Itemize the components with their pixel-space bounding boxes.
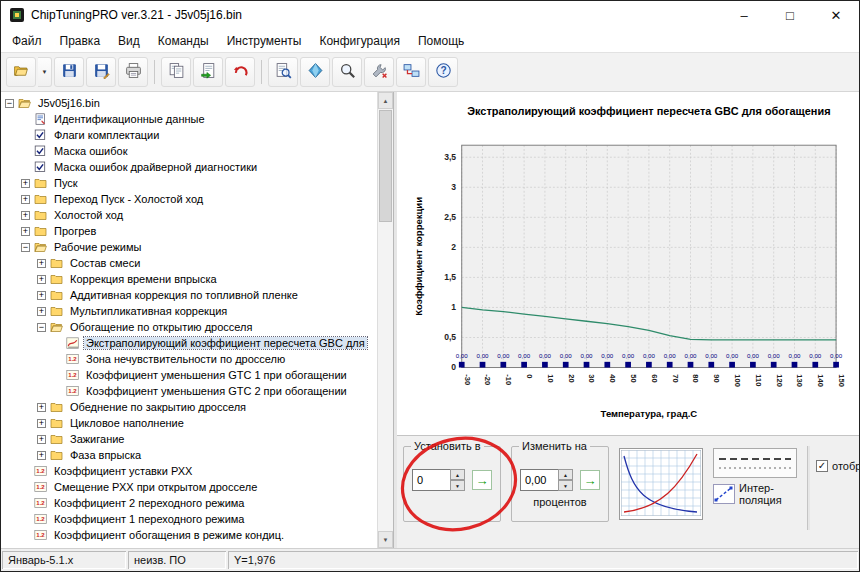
tree-row[interactable]: −Обогащение по открытию дросселя	[1, 319, 377, 335]
find-doc-button[interactable]	[268, 57, 298, 87]
menu-item-2[interactable]: Вид	[109, 29, 149, 52]
minimize-button[interactable]: –	[721, 1, 767, 29]
tree-row[interactable]: −J5v05j16.bin	[1, 95, 377, 111]
tree-row[interactable]: 1.2Коэффициент 1 переходного режима	[1, 511, 377, 527]
tree-row[interactable]: 1.2Коэффициент уставки РХХ	[1, 463, 377, 479]
tree-row[interactable]: Идентификационные данные	[1, 111, 377, 127]
print-button[interactable]	[118, 57, 148, 87]
change-spin-up-button[interactable]: ▲	[558, 469, 573, 480]
tree-item-label: Мультипликативная коррекция	[68, 305, 229, 317]
save-as-icon	[93, 62, 110, 83]
expander-plus-icon[interactable]: +	[37, 307, 46, 316]
svg-text:0,00: 0,00	[497, 352, 510, 359]
tree-row[interactable]: +Аддитивная коррекция по топливной пленк…	[1, 287, 377, 303]
display-checkbox[interactable]: ✓	[816, 460, 828, 472]
scrollbar-track[interactable]	[378, 109, 393, 531]
tree-scrollbar[interactable]: ▲ ▼	[377, 92, 393, 548]
line-style-selector[interactable]	[713, 448, 797, 478]
expander-minus-icon[interactable]: −	[37, 323, 46, 332]
close-button[interactable]: ✕	[813, 1, 859, 29]
menu-item-0[interactable]: Файл	[3, 29, 51, 52]
tree-row[interactable]: +Переход Пуск - Холостой ход	[1, 191, 377, 207]
expander-plus-icon[interactable]: +	[21, 227, 30, 236]
expander-minus-icon[interactable]: −	[21, 243, 30, 252]
dashed-lines-icon	[714, 451, 796, 475]
tree-row[interactable]: +Коррекция времени впрыска	[1, 271, 377, 287]
help-button[interactable]: ?	[428, 57, 458, 87]
tree-row[interactable]: 1.2Коэффициент уменьшения GTC 2 при обог…	[1, 383, 377, 399]
tree-row[interactable]: 1.2Коэффициент 2 переходного режима	[1, 495, 377, 511]
open-button[interactable]	[6, 57, 36, 87]
connect-button[interactable]	[396, 57, 426, 87]
tree-row[interactable]: +Мультипликативная коррекция	[1, 303, 377, 319]
change-by-field[interactable]: 0,00	[520, 469, 558, 491]
undo-button[interactable]	[225, 57, 255, 87]
expander-plus-icon[interactable]: +	[37, 291, 46, 300]
expander-plus-icon[interactable]: +	[21, 195, 30, 204]
tree-row[interactable]: 1.2Смещение РХХ при открытом дросселе	[1, 479, 377, 495]
tree-row[interactable]: Маска ошибок	[1, 143, 377, 159]
map-icon: 1.2	[34, 529, 48, 541]
chart-panel[interactable]: 0,000,000,000,000,000,000,000,000,000,00…	[397, 92, 859, 435]
tree-row[interactable]: −Рабочие режимы	[1, 239, 377, 255]
copy-button[interactable]	[161, 57, 191, 87]
tree-row[interactable]: Флаги комплектации	[1, 127, 377, 143]
change-by-input[interactable]: 0,00 ▲ ▼	[520, 469, 573, 491]
scroll-up-button[interactable]: ▲	[378, 92, 393, 109]
tree-row[interactable]: +Состав смеси	[1, 255, 377, 271]
menu-item-1[interactable]: Правка	[51, 29, 110, 52]
expander-plus-icon[interactable]: +	[37, 275, 46, 284]
maximize-button[interactable]: □	[767, 1, 813, 29]
curve-editor-button[interactable]	[619, 448, 703, 520]
change-spin-down-button[interactable]: ▼	[558, 480, 573, 491]
svg-text:0,00: 0,00	[581, 352, 594, 359]
tree-row[interactable]: +Холостой ход	[1, 207, 377, 223]
save-icon	[61, 62, 78, 83]
svg-text:0,00: 0,00	[664, 352, 677, 359]
expander-plus-icon[interactable]: +	[37, 451, 46, 460]
diagnostics-button[interactable]	[364, 57, 394, 87]
set-spin-down-button[interactable]: ▼	[450, 480, 465, 491]
set-spin-up-button[interactable]: ▲	[450, 469, 465, 480]
menu-item-6[interactable]: Помощь	[409, 29, 473, 52]
tree-item-label: Экстраполирующий коэффициент пересчета G…	[84, 337, 367, 349]
tree-row[interactable]: 1.2Зона нечувствительности по дросселю	[1, 351, 377, 367]
check-icon	[34, 129, 48, 141]
tree-row[interactable]: 1.2Коэффициент уменьшения GTC 1 при обог…	[1, 367, 377, 383]
expander-plus-icon[interactable]: +	[37, 419, 46, 428]
tree-row[interactable]: +Фаза впрыска	[1, 447, 377, 463]
expander-plus-icon[interactable]: +	[21, 179, 30, 188]
tree-row[interactable]: +Зажигание	[1, 431, 377, 447]
tree-row[interactable]: Экстраполирующий коэффициент пересчета G…	[1, 335, 377, 351]
expander-plus-icon[interactable]: +	[37, 435, 46, 444]
set-value-input[interactable]: 0 ▲ ▼	[412, 469, 465, 491]
tree-item-label: Коэффициент уставки РХХ	[52, 465, 194, 477]
tree-row[interactable]: +Обеднение по закрытию дросселя	[1, 399, 377, 415]
save-button[interactable]	[54, 57, 84, 87]
tree-row[interactable]: +Прогрев	[1, 223, 377, 239]
interpolation-button[interactable]: Интер-поляция	[713, 482, 797, 506]
apply-change-button[interactable]: →	[580, 470, 600, 490]
scrollbar-thumb[interactable]	[379, 110, 392, 222]
folder-icon	[50, 257, 64, 269]
menu-item-4[interactable]: Инструменты	[218, 29, 311, 52]
expander-minus-icon[interactable]: −	[5, 99, 14, 108]
chart-plot[interactable]: 0,000,000,000,000,000,000,000,000,000,00…	[397, 92, 859, 435]
menu-item-5[interactable]: Конфигурация	[310, 29, 409, 52]
save-as-button[interactable]	[86, 57, 116, 87]
compare-button[interactable]	[300, 57, 330, 87]
menu-item-3[interactable]: Команды	[149, 29, 218, 52]
expander-plus-icon[interactable]: +	[37, 259, 46, 268]
scroll-down-button[interactable]: ▼	[378, 531, 393, 548]
expander-plus-icon[interactable]: +	[21, 211, 30, 220]
tree-row[interactable]: Маска ошибок драйверной диагностики	[1, 159, 377, 175]
expander-plus-icon[interactable]: +	[37, 403, 46, 412]
tree-row[interactable]: 1.2Коэффициент обогащения в режиме конди…	[1, 527, 377, 543]
zoom-button[interactable]	[332, 57, 362, 87]
report-button[interactable]	[193, 57, 223, 87]
tree-row[interactable]: +Пуск	[1, 175, 377, 191]
tree-row[interactable]: +Цикловое наполнение	[1, 415, 377, 431]
apply-set-button[interactable]: →	[472, 470, 492, 490]
set-value-field[interactable]: 0	[412, 469, 450, 491]
open-dropdown-button[interactable]: ▼	[38, 57, 52, 87]
